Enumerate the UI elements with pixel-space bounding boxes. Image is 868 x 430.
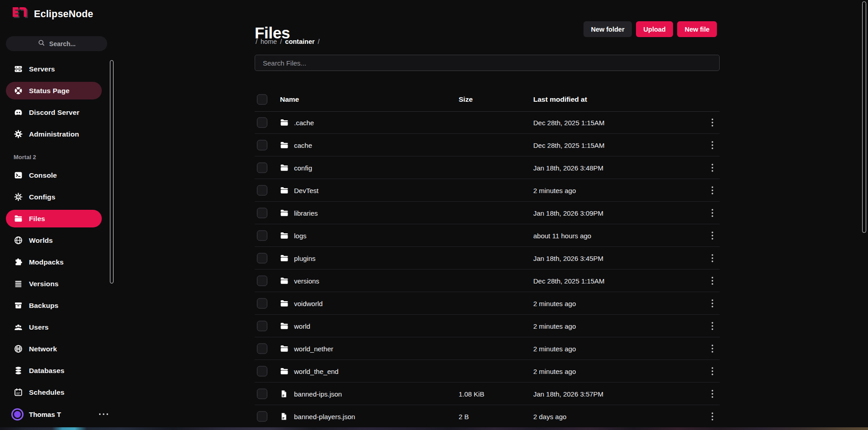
file-name[interactable]: logs [294, 232, 307, 239]
row-checkbox[interactable] [257, 388, 267, 399]
app-root: EclipseNode Search... ServersStatus Page… [0, 0, 868, 430]
file-name[interactable]: world_nether [294, 345, 333, 352]
user-row[interactable]: Thomas T [11, 408, 61, 421]
row-checkbox[interactable] [257, 185, 267, 195]
folder-icon [280, 118, 289, 127]
select-all-checkbox[interactable] [257, 94, 267, 104]
table-row[interactable]: world_nether2 minutes ago [255, 337, 720, 360]
row-checkbox[interactable] [257, 343, 267, 354]
breadcrumb-home[interactable]: home [261, 38, 277, 45]
row-menu-button[interactable] [709, 299, 716, 308]
folder-icon [280, 208, 289, 217]
row-checkbox[interactable] [257, 230, 267, 241]
sidebar-item-files[interactable]: Files [6, 210, 102, 227]
table-header: Name Size Last modified at [255, 87, 720, 112]
file-name[interactable]: .cache [294, 118, 314, 126]
row-checkbox[interactable] [257, 411, 267, 421]
row-menu-button[interactable] [709, 163, 716, 172]
table-row[interactable]: world_the_end2 minutes ago [255, 360, 720, 383]
file-name[interactable]: banned-ips.json [294, 390, 342, 397]
column-header-size[interactable]: Size [459, 95, 473, 104]
sidebar-item-versions[interactable]: Versions [6, 275, 102, 293]
calendar-icon [14, 387, 23, 397]
file-name[interactable]: DevTest [294, 186, 318, 194]
row-checkbox[interactable] [257, 321, 267, 331]
eclipsenode-logo-icon [12, 6, 28, 22]
row-checkbox[interactable] [257, 208, 267, 218]
sidebar-item-backups[interactable]: Backups [6, 297, 102, 314]
terminal-icon [14, 170, 23, 180]
table-row[interactable]: voidworld2 minutes ago [255, 292, 720, 315]
file-icon [280, 389, 288, 398]
file-name[interactable]: voidworld [294, 299, 323, 307]
file-name[interactable]: banned-players.json [294, 412, 355, 420]
sidebar-item-users[interactable]: Users [6, 318, 102, 336]
row-menu-button[interactable] [709, 141, 716, 150]
file-name[interactable]: libraries [294, 209, 318, 217]
sidebar-item-status-page[interactable]: Status Page [6, 82, 102, 99]
brand-logo[interactable]: EclipseNode [12, 6, 93, 22]
row-menu-button[interactable] [709, 276, 716, 285]
row-checkbox[interactable] [257, 117, 267, 128]
file-name[interactable]: config [294, 164, 312, 171]
row-menu-button[interactable] [709, 208, 716, 217]
new-file-button[interactable]: New file [677, 21, 717, 37]
sidebar-item-databases[interactable]: Databases [6, 362, 102, 379]
file-name[interactable]: world [294, 322, 310, 330]
file-name[interactable]: versions [294, 277, 319, 284]
row-menu-button[interactable] [709, 367, 716, 376]
table-row[interactable]: configJan 18th, 2026 3:48PM [255, 156, 720, 179]
file-modified: Jan 18th, 2026 3:45PM [533, 254, 603, 262]
table-row[interactable]: world2 minutes ago [255, 315, 720, 337]
table-row[interactable]: DevTest2 minutes ago [255, 179, 720, 202]
row-checkbox[interactable] [257, 253, 267, 263]
table-row[interactable]: versionsDec 28th, 2025 1:15AM [255, 269, 720, 292]
file-name[interactable]: cache [294, 141, 312, 149]
row-checkbox[interactable] [257, 366, 267, 376]
row-checkbox[interactable] [257, 140, 267, 150]
row-checkbox[interactable] [257, 298, 267, 308]
row-menu-button[interactable] [709, 118, 716, 127]
table-row[interactable]: pluginsJan 18th, 2026 3:45PM [255, 247, 720, 269]
sidebar-item-label: Worlds [29, 236, 53, 245]
table-row[interactable]: logsabout 11 hours ago [255, 224, 720, 247]
file-modified: Dec 28th, 2025 1:15AM [533, 141, 605, 149]
sidebar-nav-server: ConsoleConfigsFilesWorldsModpacksVersion… [6, 166, 102, 405]
new-folder-button[interactable]: New folder [583, 21, 632, 37]
column-header-modified[interactable]: Last modified at [533, 95, 587, 104]
column-header-name[interactable]: Name [280, 95, 299, 104]
row-menu-button[interactable] [709, 231, 716, 240]
file-name[interactable]: plugins [294, 254, 316, 262]
sidebar-item-network[interactable]: Network [6, 340, 102, 358]
table-row[interactable]: banned-players.json2 B2 days ago [255, 405, 720, 428]
files-search-input[interactable] [255, 55, 720, 71]
page-scrollbar[interactable] [862, 1, 866, 233]
row-checkbox[interactable] [257, 162, 267, 173]
table-row[interactable]: .cacheDec 28th, 2025 1:15AM [255, 111, 720, 134]
sidebar-item-schedules[interactable]: Schedules [6, 383, 102, 401]
sidebar-scrollbar[interactable] [110, 60, 114, 284]
row-menu-button[interactable] [709, 344, 716, 353]
upload-button[interactable]: Upload [636, 21, 673, 37]
breadcrumb-current[interactable]: container [285, 38, 314, 45]
user-menu-button[interactable] [99, 413, 109, 416]
sidebar-item-configs[interactable]: Configs [6, 188, 102, 206]
sidebar-item-worlds[interactable]: Worlds [6, 232, 102, 249]
sidebar-item-administration[interactable]: Administration [6, 125, 102, 143]
table-row[interactable]: cacheDec 28th, 2025 1:15AM [255, 134, 720, 156]
row-checkbox[interactable] [257, 275, 267, 286]
row-menu-button[interactable] [709, 412, 716, 421]
sidebar-search-input[interactable]: Search... [6, 36, 107, 51]
sidebar-item-modpacks[interactable]: Modpacks [6, 253, 102, 271]
table-row[interactable]: banned-ips.json1.08 KiBJan 18th, 2026 3:… [255, 383, 720, 405]
sidebar-item-discord-server[interactable]: Discord Server [6, 104, 102, 121]
table-row[interactable]: librariesJan 18th, 2026 3:09PM [255, 202, 720, 224]
row-menu-button[interactable] [709, 254, 716, 263]
server-section-label: Mortal 2 [14, 154, 36, 161]
file-name[interactable]: world_the_end [294, 367, 338, 375]
row-menu-button[interactable] [709, 186, 716, 195]
row-menu-button[interactable] [709, 321, 716, 331]
sidebar-item-servers[interactable]: Servers [6, 60, 102, 78]
row-menu-button[interactable] [709, 389, 716, 398]
sidebar-item-console[interactable]: Console [6, 166, 102, 184]
